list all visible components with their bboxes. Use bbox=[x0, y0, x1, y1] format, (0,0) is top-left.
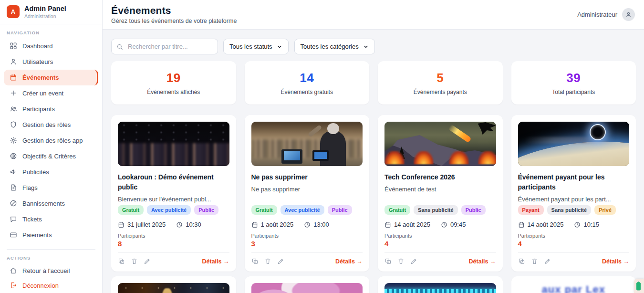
sidebar-item-utilisateurs[interactable]: Utilisateurs bbox=[4, 54, 98, 70]
sidebar-item-label: Flags bbox=[22, 184, 38, 191]
trash-icon bbox=[531, 258, 538, 265]
copy-icon bbox=[118, 258, 125, 265]
search-box bbox=[111, 39, 218, 54]
status-badge: Privé bbox=[594, 205, 616, 215]
status-badge: Gratuit bbox=[118, 205, 144, 215]
stat-card-gratuits: 14 Événements gratuits bbox=[245, 61, 370, 105]
calendar-icon bbox=[251, 221, 258, 228]
category-select-value: Toutes les catégories bbox=[301, 43, 359, 50]
content-area: Tous les statuts Toutes les catégories 1… bbox=[103, 30, 644, 293]
card-footer: Détails → bbox=[518, 258, 630, 265]
pencil-icon bbox=[544, 258, 551, 265]
status-badge: Sans publicité bbox=[414, 205, 458, 215]
gear-icon bbox=[10, 136, 17, 144]
event-image-dragon-fire bbox=[384, 122, 496, 166]
copy-button[interactable] bbox=[118, 258, 125, 265]
event-card: aux par Lex bbox=[511, 276, 636, 293]
event-description: Événement payant pour les part... bbox=[518, 196, 630, 203]
status-badge: Public bbox=[328, 205, 352, 215]
details-link[interactable]: Détails → bbox=[602, 258, 629, 265]
nav-section-label: NAVIGATION bbox=[0, 24, 102, 38]
participants-label: Participants bbox=[251, 233, 363, 239]
stat-value: 5 bbox=[436, 71, 444, 85]
logout-icon bbox=[10, 282, 17, 289]
sidebar-item-gestion-des-roles[interactable]: Gestion des rôles bbox=[4, 117, 98, 133]
event-image-eclipse bbox=[518, 122, 630, 166]
delete-button[interactable] bbox=[131, 258, 138, 265]
calendar-icon bbox=[518, 221, 525, 228]
edit-button[interactable] bbox=[144, 258, 151, 265]
copy-icon bbox=[518, 258, 525, 265]
brand-logo: A bbox=[7, 5, 20, 18]
chevron-down-icon bbox=[277, 44, 282, 50]
document-icon bbox=[10, 184, 17, 191]
sidebar-item-objectifs-criteres[interactable]: Objectifs & Critères bbox=[4, 148, 98, 164]
dashboard-icon bbox=[10, 42, 17, 50]
edit-button[interactable] bbox=[277, 258, 284, 265]
people-icon bbox=[10, 105, 17, 113]
participants-label: Participants bbox=[384, 233, 496, 239]
participants-label: Participants bbox=[518, 233, 630, 239]
status-badge: Sans publicité bbox=[547, 205, 592, 215]
event-description: Ne pas supprimer bbox=[251, 186, 363, 193]
event-date: 14 août 2025 bbox=[384, 221, 430, 228]
details-link[interactable]: Détails → bbox=[202, 258, 229, 265]
clock-icon bbox=[176, 221, 183, 228]
stat-label: Événements payants bbox=[414, 89, 467, 95]
delete-button[interactable] bbox=[531, 258, 538, 265]
delete-button[interactable] bbox=[264, 258, 271, 265]
details-link[interactable]: Détails → bbox=[469, 258, 496, 265]
copy-button[interactable] bbox=[518, 258, 525, 265]
sidebar: A Admin Panel Administration NAVIGATION … bbox=[0, 0, 103, 293]
pencil-icon bbox=[410, 258, 417, 265]
copy-button[interactable] bbox=[251, 258, 259, 265]
sidebar-item-participants[interactable]: Participants bbox=[4, 101, 98, 117]
page-heading: Événements Gérez tous les événements de … bbox=[111, 5, 237, 24]
details-link[interactable]: Détails → bbox=[335, 258, 363, 265]
user-icon bbox=[625, 11, 632, 18]
brand-text: Admin Panel Administration bbox=[24, 5, 66, 19]
sidebar-item-deconnexion[interactable]: Déconnexion bbox=[4, 278, 98, 293]
sidebar-item-gestion-des-roles-app[interactable]: Gestion des rôles app bbox=[4, 133, 98, 148]
edit-button[interactable] bbox=[544, 258, 551, 265]
chevron-down-icon bbox=[363, 44, 369, 50]
sidebar-item-creer-un-event[interactable]: Créer un event bbox=[4, 85, 98, 101]
calendar-icon bbox=[10, 73, 17, 81]
stat-value: 39 bbox=[566, 71, 581, 85]
banner-text: aux par Lex bbox=[542, 283, 605, 293]
event-card: Lookaroun : Démo événement public Bienve… bbox=[111, 115, 236, 272]
sidebar-item-publicites[interactable]: Publicités bbox=[4, 164, 98, 180]
sidebar-item-tickets[interactable]: Tickets bbox=[4, 211, 98, 227]
shield-icon bbox=[10, 121, 17, 128]
search-icon bbox=[116, 43, 123, 50]
status-select[interactable]: Tous les statuts bbox=[223, 39, 289, 54]
page-title: Événements bbox=[111, 5, 237, 16]
target-icon bbox=[10, 152, 17, 160]
event-cards-row: Lookaroun : Démo événement public Bienve… bbox=[111, 115, 636, 272]
event-date: 31 juillet 2025 bbox=[118, 221, 166, 228]
event-meta: 1 août 2025 13:00 bbox=[251, 221, 363, 228]
sidebar-item-evenements[interactable]: Événements bbox=[4, 70, 98, 85]
event-meta: 14 août 2025 10:15 bbox=[518, 221, 630, 228]
sidebar-item-dashboard[interactable]: Dashboard bbox=[4, 38, 98, 54]
edit-button[interactable] bbox=[410, 258, 417, 265]
participants-count: 4 bbox=[384, 240, 496, 248]
sidebar-item-bannissements[interactable]: Bannissements bbox=[4, 196, 98, 211]
sidebar-item-retour-accueil[interactable]: Retour à l'accueil bbox=[4, 263, 98, 278]
participants-label: Participants bbox=[118, 233, 229, 239]
feedback-widget-button[interactable] bbox=[634, 279, 644, 293]
status-badge: Gratuit bbox=[384, 205, 410, 215]
divider bbox=[518, 252, 630, 253]
event-description: Événement de test bbox=[384, 186, 496, 193]
sidebar-item-label: Dashboard bbox=[22, 42, 53, 50]
search-input[interactable] bbox=[127, 42, 213, 51]
category-select[interactable]: Toutes les catégories bbox=[294, 39, 375, 54]
sidebar-item-flags[interactable]: Flags bbox=[4, 180, 98, 196]
avatar[interactable] bbox=[622, 8, 635, 21]
event-card bbox=[378, 276, 503, 293]
delete-button[interactable] bbox=[397, 258, 405, 265]
sidebar-item-paiements[interactable]: Paiements bbox=[4, 227, 98, 243]
event-date: 14 août 2025 bbox=[518, 221, 564, 228]
stat-card-payants: 5 Événements payants bbox=[378, 61, 503, 105]
copy-button[interactable] bbox=[384, 258, 392, 265]
